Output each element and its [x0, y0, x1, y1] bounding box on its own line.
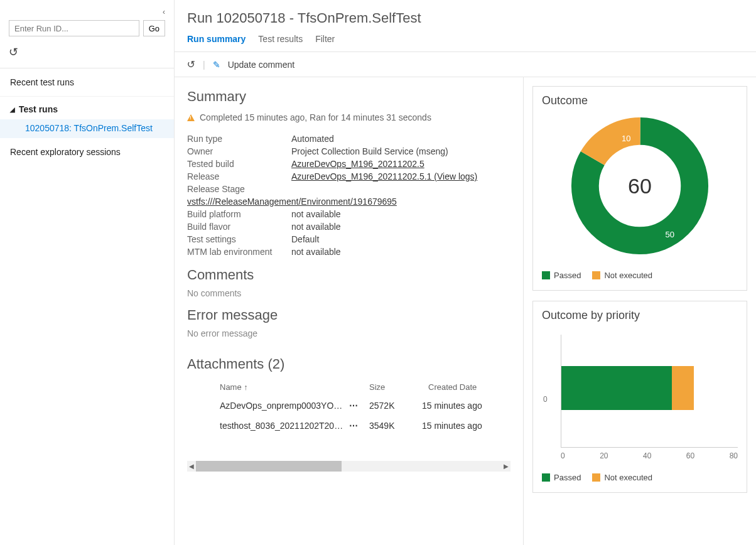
test-settings-label: Test settings [187, 234, 291, 244]
comments-heading: Comments [187, 267, 510, 283]
outcome-priority-card: Outcome by priority 0 0 20 40 60 [532, 301, 747, 493]
scrollbar-thumb[interactable] [196, 461, 342, 472]
outcome-title: Outcome [542, 94, 738, 107]
x-axis-ticks: 0 20 40 60 80 [561, 448, 738, 460]
refresh-icon[interactable]: ↻ [9, 45, 18, 59]
nav-test-runs-label: Test runs [19, 104, 58, 114]
build-platform-value: not available [291, 209, 341, 219]
summary-info-grid: Run typeAutomated OwnerProject Collectio… [187, 132, 510, 258]
donut-slice-label-passed: 50 [666, 230, 674, 239]
legend-swatch-not-executed [592, 473, 600, 482]
attachment-size: 2572K [363, 401, 422, 411]
release-label: Release [187, 171, 291, 181]
test-run-tree-item[interactable]: 102050718: TfsOnPrem.SelfTest [0, 119, 174, 138]
run-search-row: Go [0, 16, 174, 41]
legend-passed: Passed [542, 473, 581, 482]
donut-total: 60 [628, 174, 652, 198]
bar-area [561, 335, 738, 448]
run-type-value: Automated [291, 134, 334, 144]
release-stage-link[interactable]: vstfs:///ReleaseManagement/Environment/1… [187, 197, 397, 207]
attachment-row[interactable]: AzDevOps_onpremp0003YO… ⋯ 2572K 15 minut… [187, 396, 510, 416]
status-line: Completed 15 minutes ago, Ran for 14 min… [187, 112, 510, 122]
col-name-header[interactable]: Name ↑ [187, 382, 344, 392]
outcome-priority-chart: 0 0 20 40 60 80 [542, 328, 738, 467]
attachment-name: testhost_8036_20211202T20… [187, 421, 344, 431]
outcome-donut-chart: 10 50 60 [568, 114, 712, 258]
nav-test-runs[interactable]: ◢ Test runs [0, 97, 174, 119]
update-comment-button[interactable]: Update comment [228, 60, 295, 70]
error-heading: Error message [187, 307, 510, 323]
donut-slice-label-not-executed: 10 [622, 134, 630, 143]
tab-filter[interactable]: Filter [315, 34, 335, 45]
summary-heading: Summary [187, 89, 510, 105]
scroll-left-arrow-icon[interactable]: ◀ [187, 461, 196, 472]
refresh-icon[interactable]: ↻ [187, 58, 195, 70]
summary-column: Summary Completed 15 minutes ago, Ran fo… [175, 77, 524, 545]
warning-icon [187, 114, 195, 121]
sidebar-refresh-row: ↻ [0, 41, 174, 68]
main-area: Run 102050718 - TfsOnPrem.SelfTest Run s… [175, 0, 756, 545]
release-stage-label: Release Stage [187, 184, 291, 194]
build-flavor-label: Build flavor [187, 222, 291, 232]
more-actions-icon[interactable]: ⋯ [344, 401, 363, 411]
attachment-date: 15 minutes ago [422, 401, 510, 411]
edit-icon[interactable]: ✎ [213, 60, 220, 70]
toolbar: ↻ | ✎ Update comment [175, 52, 756, 77]
bar-segment-passed [561, 366, 672, 410]
legend-not-executed: Not executed [592, 271, 652, 280]
attachments-header-row: Name ↑ Size Created Date [187, 377, 510, 396]
run-type-label: Run type [187, 134, 291, 144]
content-row: Summary Completed 15 minutes ago, Ran fo… [175, 77, 756, 545]
tab-test-results[interactable]: Test results [258, 34, 303, 45]
nav-recent-exploratory[interactable]: Recent exploratory sessions [0, 138, 174, 166]
page-title: Run 102050718 - TfsOnPrem.SelfTest [175, 0, 756, 34]
col-size-header[interactable]: Size [369, 382, 428, 392]
attachment-name: AzDevOps_onpremp0003YO… [187, 401, 344, 411]
tested-build-label: Tested build [187, 159, 291, 169]
collapse-sidebar-icon[interactable]: ‹ [163, 8, 165, 16]
legend-not-executed: Not executed [592, 473, 652, 482]
priority-legend: Passed Not executed [542, 473, 738, 482]
outcome-card: Outcome 10 50 60 Passed Not executed [532, 86, 747, 291]
legend-swatch-not-executed [592, 271, 600, 279]
col-date-header[interactable]: Created Date [428, 382, 510, 392]
scroll-right-arrow-icon[interactable]: ▶ [502, 461, 510, 472]
more-actions-icon[interactable]: ⋯ [344, 421, 363, 431]
sidebar: ‹ Go ↻ Recent test runs ◢ Test runs 1020… [0, 0, 175, 545]
owner-value: Project Collection Build Service (mseng) [291, 146, 448, 156]
y-axis-label: 0 [543, 395, 548, 404]
attachment-date: 15 minutes ago [422, 421, 510, 431]
nav-recent-test-runs[interactable]: Recent test runs [0, 68, 174, 97]
outcome-legend: Passed Not executed [542, 271, 738, 280]
legend-swatch-passed [542, 473, 550, 482]
bar-stack [561, 366, 738, 410]
tabs: Run summary Test results Filter [175, 34, 756, 52]
attachment-row[interactable]: testhost_8036_20211202T20… ⋯ 3549K 15 mi… [187, 416, 510, 436]
toolbar-divider: | [203, 60, 205, 70]
caret-down-icon: ◢ [10, 106, 15, 113]
mtm-label: MTM lab environment [187, 247, 291, 257]
build-flavor-value: not available [291, 222, 341, 232]
legend-passed: Passed [542, 271, 581, 280]
error-empty: No error message [187, 328, 510, 338]
test-settings-value: Default [291, 234, 319, 244]
outcome-priority-title: Outcome by priority [542, 309, 738, 322]
tab-run-summary[interactable]: Run summary [187, 34, 246, 45]
status-text: Completed 15 minutes ago, Ran for 14 min… [200, 112, 431, 122]
go-button[interactable]: Go [143, 20, 165, 36]
horizontal-scrollbar[interactable]: ◀ ▶ [187, 461, 510, 472]
charts-column: Outcome 10 50 60 Passed Not executed [524, 77, 756, 545]
sidebar-collapse-row: ‹ [0, 0, 174, 16]
release-link[interactable]: AzureDevOps_M196_20211202.5.1 (View logs… [291, 171, 477, 181]
attachment-size: 3549K [363, 421, 422, 431]
bar-segment-not-executed [672, 366, 694, 410]
build-platform-label: Build platform [187, 209, 291, 219]
run-id-input[interactable] [9, 20, 139, 36]
owner-label: Owner [187, 146, 291, 156]
tested-build-link[interactable]: AzureDevOps_M196_20211202.5 [291, 159, 424, 169]
attachments-heading: Attachments (2) [187, 356, 510, 372]
legend-swatch-passed [542, 271, 550, 279]
comments-empty: No comments [187, 288, 510, 298]
mtm-value: not available [291, 247, 341, 257]
